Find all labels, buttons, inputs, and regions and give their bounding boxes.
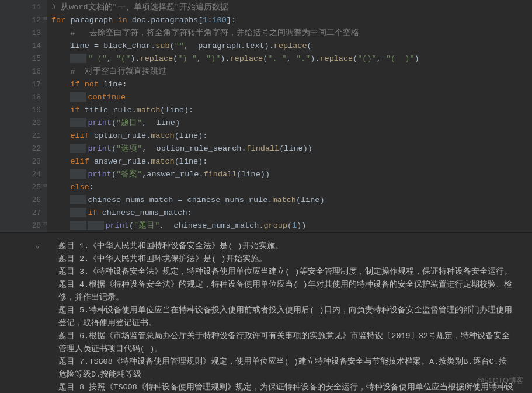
indent-guide <box>70 118 86 127</box>
console-line: 题目 1.《中华人民共和国特种设备安全法》是( )开始实施。 <box>58 240 514 253</box>
token-paren: : <box>123 80 127 89</box>
code-line[interactable]: elif answer_rule.match(line): <box>51 155 527 168</box>
console-output: 题目 1.《中华人民共和国特种设备安全法》是( )开始实施。题目 2.《中华人民… <box>58 240 514 393</box>
token-paren: ( <box>175 131 179 140</box>
line-number: 14 <box>11 40 41 53</box>
code-line[interactable]: line = black_char.sub("", paragraph.text… <box>51 40 527 53</box>
code-line[interactable]: # 去除空白字符，将全角字符转半角字符，并给括号之间调整为中间二个空格 <box>51 27 527 40</box>
fold-open-icon[interactable]: ⊟ <box>41 16 47 22</box>
code-line[interactable]: " (", "(").replace(") ", ")").replace(".… <box>51 53 527 65</box>
token-ident: paragraphs <box>151 16 198 25</box>
token-ident: option_rule_search <box>151 144 241 153</box>
token-string: "." <box>296 54 310 63</box>
code-line[interactable]: if title_rule.match(line): <box>51 104 527 117</box>
token-keyword: for <box>51 16 70 25</box>
code-line[interactable]: # 从word文档的"一、单项选择题"开始遍历数据 <box>51 1 527 14</box>
token-keyword: in <box>117 16 131 25</box>
token-func: replace <box>319 54 353 63</box>
line-number: 18 <box>11 91 41 104</box>
token-ident: paragraph <box>193 41 241 50</box>
token-ident: line <box>103 80 122 89</box>
token-ident: line <box>179 131 198 140</box>
chevron-down-icon[interactable]: ⌄ <box>35 239 40 252</box>
token-ident: chinese_nums_match <box>102 208 187 217</box>
line-number: 17 <box>11 78 41 91</box>
token-string: " (" <box>88 54 106 63</box>
code-line[interactable]: continue <box>51 91 527 104</box>
line-number: 12⊟ <box>11 14 41 27</box>
token-ident: chinese_nums_match <box>88 196 178 204</box>
watermark-label: @51CTO博客 <box>477 375 524 386</box>
token-paren: : <box>187 208 192 217</box>
token-paren: ( <box>307 41 312 50</box>
code-line[interactable]: print("选项", option_rule_search.findall(l… <box>51 142 527 155</box>
token-ident: title_rule <box>85 106 132 114</box>
fold-close-icon[interactable]: ⊟ <box>41 222 47 227</box>
token-paren: , <box>107 54 116 63</box>
code-area[interactable]: # 从word文档的"一、单项选择题"开始遍历数据for paragraph i… <box>47 0 532 232</box>
token-paren: ( <box>296 196 301 204</box>
line-number: 13 <box>11 27 41 40</box>
token-builtin: print <box>88 170 112 179</box>
code-line[interactable]: print("题目", chinese_nums_match.group(1)) <box>51 220 527 232</box>
token-paren: ]: <box>227 16 236 25</box>
code-line[interactable]: # 对于空白行就直接跳过 <box>51 65 527 78</box>
code-line[interactable]: if chinese_nums_match: <box>51 207 527 220</box>
console-line: 题目 3.《特种设备安全法》规定，特种设备使用单位应当建立( )等安全管理制度，… <box>58 266 514 279</box>
code-line[interactable]: for paragraph in doc.paragraphs[1:100]: <box>51 14 527 27</box>
token-paren: ) <box>319 196 324 204</box>
code-line[interactable]: elif option_rule.match(line): <box>51 130 527 142</box>
line-number: 28⊟ <box>11 220 41 232</box>
console-line: 题目 7.TSG08《特种设备使用管理规则》规定，使用单位应当( )建立特种设备… <box>58 356 514 381</box>
token-paren: : <box>207 16 212 25</box>
line-number: 21 <box>11 130 41 142</box>
fold-open-icon[interactable]: ⊟ <box>41 183 47 189</box>
token-builtin: print <box>88 119 112 127</box>
token-func: sub <box>155 41 169 50</box>
indent-guide <box>70 221 86 230</box>
code-line[interactable]: if not line: <box>51 78 527 91</box>
code-line[interactable]: else: <box>51 181 527 194</box>
token-paren: , <box>197 54 206 63</box>
token-paren: ( <box>112 119 116 127</box>
token-ident: doc <box>132 16 146 25</box>
token-func: replace <box>274 41 307 50</box>
line-gutter: 1112⊟13141516171819202122232425⊟262728⊟ <box>0 0 47 232</box>
token-keyword: elif <box>70 157 94 166</box>
indent-guide <box>70 144 86 153</box>
console-line: 题目 8 按照《TSG08《特种设备使用管理规则》规定，为保证特种设备的安全运行… <box>58 381 514 393</box>
token-string: "题目" <box>134 221 159 230</box>
code-line[interactable]: chinese_nums_match = chinese_nums_rule.m… <box>51 194 527 207</box>
indent-guide <box>70 92 86 102</box>
token-paren: )) <box>303 144 312 153</box>
token-string: "" <box>175 41 184 50</box>
token-paren: : <box>89 183 94 192</box>
code-line[interactable]: print("题目", line) <box>51 117 527 130</box>
token-comment: # 去除空白字符，将全角字符转半角字符，并给括号之间调整为中间二个空格 <box>70 29 359 37</box>
token-paren: ): <box>184 106 193 114</box>
output-console[interactable]: ⌄ 题目 1.《中华人民共和国特种设备安全法》是( )开始实施。题目 2.《中华… <box>0 232 532 393</box>
token-ident: line <box>179 157 198 166</box>
token-string: "答案" <box>116 170 142 179</box>
line-number: 27 <box>11 207 41 220</box>
indent-guide <box>70 169 86 179</box>
token-ident: answer_rule <box>94 157 146 166</box>
token-string: ". " <box>267 54 286 63</box>
line-number: 26 <box>11 194 41 207</box>
token-string: "( )" <box>386 54 415 63</box>
code-line[interactable]: print("答案",answer_rule.findall(line)) <box>51 168 527 181</box>
token-paren: ) <box>175 119 180 127</box>
token-comment: # 从word文档的"一、单项选择题"开始遍历数据 <box>51 3 228 12</box>
token-paren: = <box>178 196 187 204</box>
token-string: "(" <box>116 54 130 63</box>
line-number: 25⊟ <box>11 181 41 194</box>
token-ident: text <box>245 41 264 50</box>
token-ident: line <box>70 41 94 50</box>
token-func: match <box>151 157 175 166</box>
console-line: 题目 2.《中华人民共和国环境保护法》是( )开始实施。 <box>58 253 514 266</box>
token-paren: ). <box>310 54 319 63</box>
token-paren: . <box>132 106 137 114</box>
code-editor[interactable]: 1112⊟13141516171819202122232425⊟262728⊟ … <box>0 0 532 232</box>
token-ident: line <box>284 144 302 153</box>
token-paren: , <box>287 54 296 63</box>
